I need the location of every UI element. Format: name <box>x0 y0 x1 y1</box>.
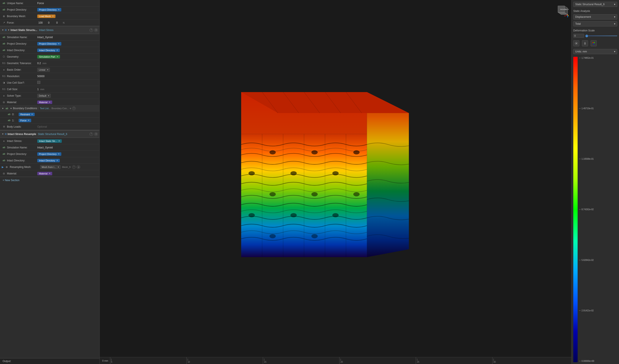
bc-1-tag-close[interactable]: ✕ <box>28 119 29 122</box>
intact-dir-tag[interactable]: Intact Directory ✕ <box>37 49 60 52</box>
legend-label-5: 2.91421e-02 <box>579 309 594 312</box>
deformation-slider-track[interactable] <box>585 36 617 36</box>
collapse-chevron-1b[interactable]: ▼ <box>8 29 10 31</box>
boundary-add-icon[interactable]: + <box>69 107 72 110</box>
geo-tol-row: 0.1 Geometric Tolerance: 0.2 mm <box>0 60 99 67</box>
force-section: ab Unique Name: Force ab Project Directo… <box>0 0 99 26</box>
svg-point-10 <box>332 171 339 175</box>
deformation-value-input[interactable] <box>573 34 584 38</box>
project-dir-row-3: ab Project Directory: Project Directory … <box>0 151 99 157</box>
use-cell-size-check <box>37 81 98 84</box>
bc-1-tag[interactable]: Force ✕ <box>19 119 31 122</box>
resampling-mesh-label: Resampling Mesh: <box>10 166 40 168</box>
bc-0-tag-close[interactable]: ✕ <box>31 113 33 115</box>
boundary-chevron[interactable]: ▼ <box>2 107 4 110</box>
legend-value-0: 1.74852e-01 <box>581 57 594 59</box>
resample-node-icon: ⊞ <box>5 133 7 135</box>
material-tag-2-wrap: Material ✕ <box>37 172 98 175</box>
legend-value-6: 0.00000e+00 <box>581 360 594 362</box>
resampling-mesh-settings[interactable]: ⚙ <box>77 165 80 169</box>
material-tag-2[interactable]: Material ✕ <box>37 172 52 175</box>
intact-dir-label: Intact Directory: <box>7 49 37 52</box>
displacement-arrow: ▾ <box>614 15 615 18</box>
project-dir-tag-close[interactable]: ✕ <box>58 8 60 11</box>
bc-0-label: 0: <box>12 113 19 116</box>
intact-dir-tag-2-wrap: Intact Directory ✕ <box>37 159 98 162</box>
boundary-mesh-tag[interactable]: Load Mesh ✕ <box>37 14 56 18</box>
intact-dir-tag-2-close[interactable]: ✕ <box>56 159 58 162</box>
svg-text:X: X <box>564 15 565 17</box>
project-dir-tag-2[interactable]: Project Directory ✕ <box>37 42 61 45</box>
project-dir-tag-2-close[interactable]: ✕ <box>58 42 60 45</box>
units-dropdown[interactable]: Units: mm ▾ <box>573 49 617 54</box>
help-icon-1[interactable]: ? <box>89 28 93 32</box>
project-dir-label-2: Project Directory: <box>7 42 37 45</box>
material-tag[interactable]: Material ✕ <box>37 100 52 104</box>
legend-value-5: 2.91421e-02 <box>581 309 594 312</box>
resampling-mesh-help[interactable]: ? <box>72 165 76 169</box>
resampling-mesh-select[interactable]: Mesh from I... ▾ <box>40 165 60 169</box>
intact-dir-tag-close[interactable]: ✕ <box>56 49 58 51</box>
viewport-canvas[interactable]: RIGHT BACK Z X Y <box>100 0 571 357</box>
intact-static-icons: ? ⚙ <box>89 28 98 32</box>
project-dir-tag-3-close[interactable]: ✕ <box>58 153 60 155</box>
intact-stress-tag[interactable]: Intact Static Str... ✕ <box>37 139 62 143</box>
result-dropdown[interactable]: Static Structural Result_6 ▾ <box>573 2 617 7</box>
boundary-mesh-value: Load Mesh ✕ <box>37 14 98 18</box>
boundary-help-icon[interactable]: ? <box>72 107 76 110</box>
material-label-2: Material: <box>7 172 37 175</box>
color-button[interactable] <box>591 40 597 46</box>
project-dir-tag-3-wrap: Project Directory ✕ <box>37 152 98 156</box>
boundary-text-list[interactable]: Text List... <box>40 107 51 110</box>
svg-point-13 <box>353 192 360 196</box>
3d-model-svg <box>100 0 571 357</box>
force-values: 100 0 0 N <box>37 21 98 24</box>
material-tag-close[interactable]: ✕ <box>49 101 51 103</box>
settings-icon-1[interactable]: ⚙ <box>94 28 98 32</box>
bc-0-tag[interactable]: Restraint ✕ <box>19 113 35 116</box>
pin-button[interactable] <box>582 40 588 46</box>
basis-order-select[interactable]: Linear ▾ <box>37 68 50 72</box>
boundary-mesh-label: Boundary Mesh: <box>7 15 37 18</box>
color-legend: 1.74852e-01 1.45710e-01 1.16568e-01 8.74… <box>573 57 617 362</box>
geometry-tag-close[interactable]: ✕ <box>56 56 58 58</box>
boundary-conditions-header: ▼ ab ▼ Boundary Conditions : Text List..… <box>0 106 99 111</box>
material-label: Material: <box>7 101 37 104</box>
geo-tol-value: 0.2 mm <box>37 62 98 65</box>
solver-type-label: Solver Type: <box>7 94 37 97</box>
force-y: 0 <box>45 21 52 24</box>
material-tag-2-close[interactable]: ✕ <box>49 172 51 175</box>
project-dir-tag-3[interactable]: Project Directory ✕ <box>37 152 61 156</box>
right-icons-row <box>573 40 617 47</box>
new-section-button[interactable]: + New Section <box>0 177 99 183</box>
boundary-chevron-2[interactable]: ▼ <box>10 107 12 110</box>
boundary-con-label: Boundary Con... <box>51 107 69 110</box>
settings-button[interactable] <box>573 40 579 46</box>
intact-dir-tag-2[interactable]: Intact Directory ✕ <box>37 159 60 162</box>
total-dropdown[interactable]: Total ▾ <box>573 21 617 27</box>
resampling-play-icon[interactable]: ▶ <box>2 166 4 168</box>
project-dir-tag[interactable]: Project Directory ✕ <box>37 8 61 12</box>
resampling-mesh-value: Mesh from I... ▾ Mesh_9 ? ⚙ <box>40 165 98 169</box>
side-face <box>367 92 409 257</box>
result-dropdown-label: Static Structural Result_6 <box>575 3 605 6</box>
collapse-chevron-1[interactable]: ▼ <box>2 29 4 31</box>
material-icon: ◎ <box>2 101 6 104</box>
solver-type-select[interactable]: Default ▾ <box>37 94 51 98</box>
intact-stress-tag-close[interactable]: ✕ <box>58 140 60 142</box>
displacement-dropdown[interactable]: Displacement ▾ <box>573 14 617 19</box>
sim-name-label-2: Simulation Name: <box>7 146 37 149</box>
use-cell-size-checkbox[interactable] <box>37 81 40 84</box>
body-loads-label: Body Loads: <box>7 125 37 128</box>
legend-label-3: 8.74262e-02 <box>579 208 594 210</box>
resample-settings-icon[interactable]: ⚙ <box>94 132 98 136</box>
geometry-tag[interactable]: Simulation Part ✕ <box>37 55 60 58</box>
solver-type-arrow: ▾ <box>48 95 49 97</box>
boundary-mesh-tag-close[interactable]: ✕ <box>52 15 54 17</box>
cell-size-label: Cell Size: <box>7 88 37 91</box>
sim-name-label: Simulation Name: <box>7 36 37 39</box>
resample-help-icon[interactable]: ? <box>89 132 93 136</box>
resample-icons: ? ⚙ <box>89 132 98 136</box>
deformation-slider-row <box>573 34 617 38</box>
resample-chevron[interactable]: ▼ <box>2 133 4 135</box>
